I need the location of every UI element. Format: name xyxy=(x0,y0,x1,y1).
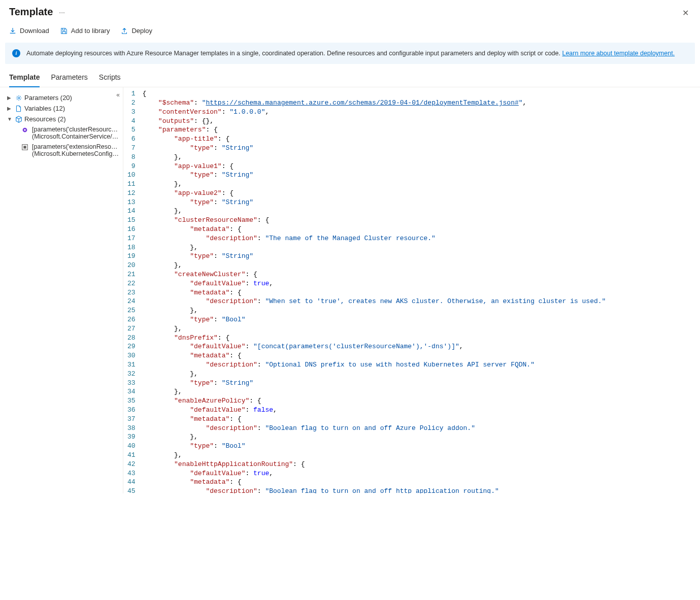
svg-rect-4 xyxy=(23,146,26,149)
tree-resource-item-2-name: [parameters('extensionResourceNa xyxy=(32,143,121,150)
info-icon: i xyxy=(12,49,20,57)
info-banner: i Automate deploying resources with Azur… xyxy=(5,43,695,64)
tab-template[interactable]: Template xyxy=(9,73,40,87)
tree-resources[interactable]: ▼ Resources (2) xyxy=(7,114,121,124)
code-content[interactable]: { "$schema": "https://schema.management.… xyxy=(143,87,606,493)
cube-icon xyxy=(15,116,22,123)
tree-variables-label: Variables (12) xyxy=(24,105,65,112)
code-editor[interactable]: 1234567891011121314151617181920212223242… xyxy=(123,87,700,493)
save-icon xyxy=(60,27,68,35)
more-icon[interactable]: ··· xyxy=(59,8,65,16)
chevron-right-icon: ▶ xyxy=(7,106,13,111)
tree-variables[interactable]: ▶ Variables (12) xyxy=(7,103,121,114)
toolbar: Download Add to library Deploy xyxy=(0,23,700,43)
tree-parameters[interactable]: ▶ Parameters (20) xyxy=(7,92,121,103)
tree-resources-label: Resources (2) xyxy=(24,115,66,123)
tab-parameters[interactable]: Parameters xyxy=(51,73,87,87)
tab-scripts[interactable]: Scripts xyxy=(99,73,121,87)
banner-text: Automate deploying resources with Azure … xyxy=(26,50,562,57)
tree-resource-item-2-type: (Microsoft.KubernetesConfiguratic xyxy=(32,150,121,157)
download-icon xyxy=(9,27,16,35)
tree-resource-item-1-type: (Microsoft.ContainerService/mana xyxy=(32,133,121,140)
tree-resource-item-1-name: [parameters('clusterResourceName xyxy=(32,126,121,133)
tree-parameters-label: Parameters (20) xyxy=(24,94,72,102)
tree-resource-item-1[interactable]: [parameters('clusterResourceName (Micros… xyxy=(7,124,121,142)
line-gutter: 1234567891011121314151617181920212223242… xyxy=(123,87,143,493)
document-icon xyxy=(15,105,22,112)
tabs: Template Parameters Scripts xyxy=(0,64,700,87)
tree-sidebar: « ▶ Parameters (20) ▶ Variables (12) ▼ R… xyxy=(0,87,123,493)
deploy-icon xyxy=(121,27,128,35)
download-label: Download xyxy=(20,27,49,35)
add-to-library-label: Add to library xyxy=(71,27,110,35)
chevron-down-icon: ▼ xyxy=(7,116,13,122)
deploy-label: Deploy xyxy=(131,27,152,35)
deploy-button[interactable]: Deploy xyxy=(121,27,152,35)
close-icon[interactable]: ✕ xyxy=(682,8,689,18)
download-button[interactable]: Download xyxy=(9,27,49,35)
gear-icon xyxy=(15,94,22,102)
add-to-library-button[interactable]: Add to library xyxy=(60,27,110,35)
svg-point-2 xyxy=(24,129,26,131)
collapse-sidebar-icon[interactable]: « xyxy=(116,91,120,98)
page-title: Template xyxy=(9,6,53,18)
tree-resource-item-2[interactable]: [parameters('extensionResourceNa (Micros… xyxy=(7,142,121,159)
chevron-right-icon: ▶ xyxy=(7,95,13,101)
banner-learn-more-link[interactable]: Learn more about template deployment. xyxy=(562,50,675,57)
resource-icon xyxy=(21,126,29,134)
resource-icon xyxy=(21,144,29,151)
svg-point-0 xyxy=(18,97,20,99)
